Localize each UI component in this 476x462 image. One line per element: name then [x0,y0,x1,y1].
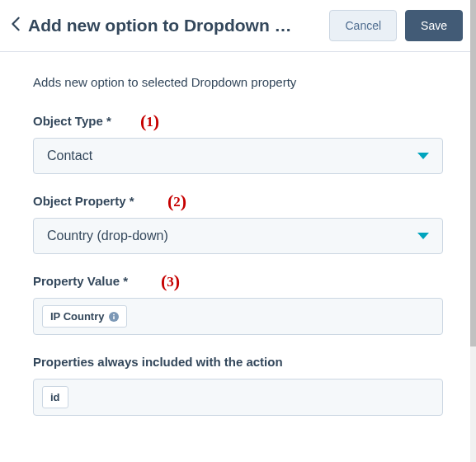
property-value-tag[interactable]: IP Country [42,305,127,328]
label-text: Object Property [33,194,126,208]
svg-marker-0 [417,153,429,159]
property-value-input[interactable]: IP Country [33,298,443,335]
header: Add new option to Dropdown … Cancel Save [0,0,476,52]
chevron-down-icon [417,148,429,163]
annotation-3: (3) [161,271,180,292]
label-text: Object Type [33,114,103,128]
content: Adds new option to selected Dropdown pro… [0,52,476,452]
always-included-box: id [33,379,443,416]
property-value-label: Property Value * (3) [33,274,443,288]
chevron-down-icon [417,229,429,243]
save-button[interactable]: Save [405,10,463,41]
required-mark: * [106,114,111,128]
select-value: Contact [47,148,92,163]
annotation-1: (1) [140,111,159,132]
required-mark: * [130,194,134,208]
label-text: Property Value [33,274,120,288]
object-type-group: Object Type * (1) Contact [33,114,443,174]
always-included-label: Properties always included with the acti… [33,355,443,369]
object-type-select[interactable]: Contact [33,138,443,174]
back-chevron-icon[interactable] [10,16,21,35]
scrollbar-thumb[interactable] [470,0,476,346]
cancel-button[interactable]: Cancel [329,10,397,41]
object-property-select[interactable]: Country (drop-down) [33,218,443,254]
description-text: Adds new option to selected Dropdown pro… [33,75,443,89]
annotation-2: (2) [167,191,186,212]
always-included-tag: id [42,386,68,408]
header-left: Add new option to Dropdown … [10,16,319,35]
svg-point-4 [113,314,115,315]
page-title: Add new option to Dropdown … [28,16,292,35]
svg-rect-3 [113,316,115,319]
property-value-group: Property Value * (3) IP Country [33,274,443,335]
tag-text: IP Country [50,310,105,323]
select-value: Country (drop-down) [47,229,168,243]
svg-marker-1 [417,233,429,239]
tag-text: id [50,391,60,403]
required-mark: * [123,274,128,288]
object-property-label: Object Property * (2) [33,194,443,208]
always-included-group: Properties always included with the acti… [33,355,443,416]
header-actions: Cancel Save [329,10,463,41]
object-property-group: Object Property * (2) Country (drop-down… [33,194,443,254]
info-icon [109,312,119,322]
object-type-label: Object Type * (1) [33,114,443,128]
